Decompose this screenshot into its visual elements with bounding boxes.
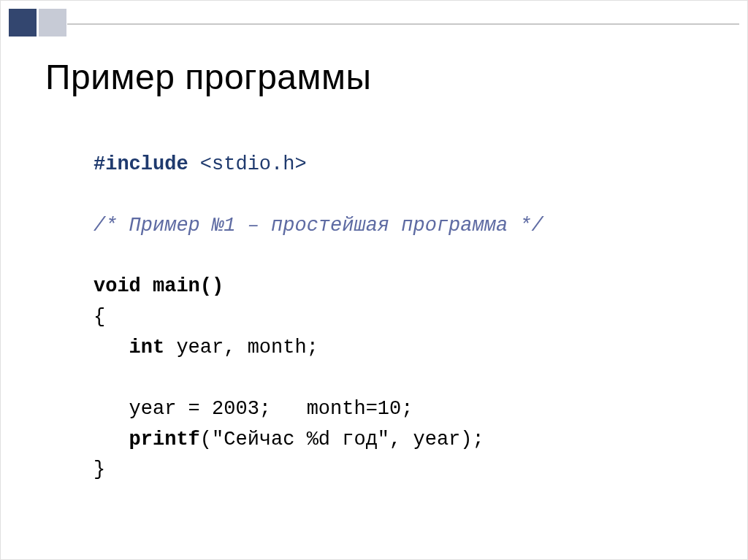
code-line-include: #include <stdio.h> <box>94 150 543 180</box>
top-divider-line <box>67 23 739 25</box>
slide-container: Пример программы #include <stdio.h> /* П… <box>0 0 748 560</box>
decoration-square-dark <box>9 9 37 37</box>
code-line-blank-1 <box>94 180 543 211</box>
decoration-square-light <box>39 9 66 37</box>
code-line-close-brace: } <box>94 455 543 486</box>
code-line-blank-2 <box>94 242 543 272</box>
code-line-var-decl: int year, month; <box>94 333 543 364</box>
code-line-assign: year = 2003; month=10; <box>94 394 543 425</box>
code-line-printf: printf("Сейчас %d год", year); <box>94 425 543 456</box>
code-line-open-brace: { <box>94 302 543 333</box>
code-line-comment: /* Пример №1 – простейшая программа */ <box>94 211 543 242</box>
code-line-func-decl: void main() <box>94 272 543 302</box>
code-line-blank-3 <box>94 364 543 394</box>
code-block: #include <stdio.h> /* Пример №1 – просте… <box>94 150 543 486</box>
corner-decoration <box>9 9 66 37</box>
slide-title: Пример программы <box>45 57 372 97</box>
